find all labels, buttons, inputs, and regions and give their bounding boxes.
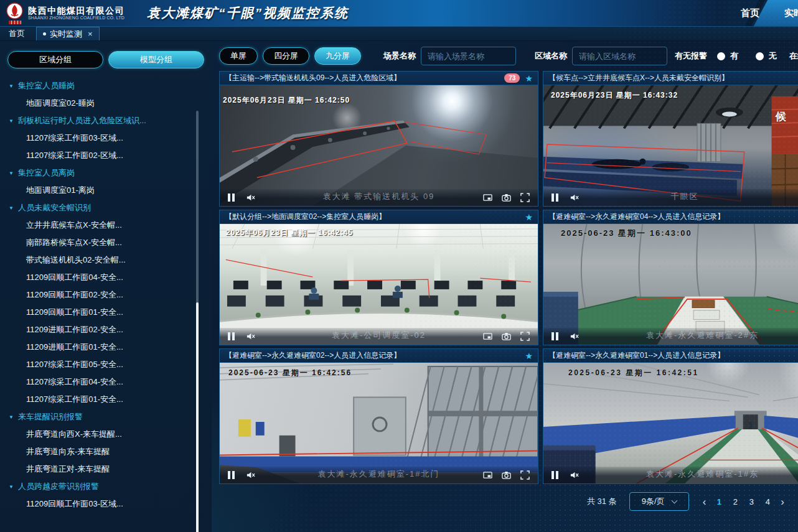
chevron-down-icon: ▼	[9, 205, 14, 211]
pip-icon[interactable]	[483, 332, 492, 341]
sidebar-tab-model-group[interactable]: 模型分组	[108, 51, 204, 68]
next-page-arrow[interactable]: ›	[781, 497, 784, 507]
page-number[interactable]: 4	[759, 497, 776, 506]
video-panel[interactable]: 【避难硐室-->永久避难硐室01-->人员进入信息记录】	[543, 348, 798, 484]
alarm-no-radio[interactable]	[756, 52, 764, 60]
tree-item[interactable]: 11209进顺工作面02-安全...	[9, 321, 212, 338]
page-size-select[interactable]: 9条/页	[629, 492, 689, 511]
mute-icon[interactable]	[570, 193, 579, 202]
pause-icon[interactable]	[228, 471, 235, 479]
tree-item[interactable]: 立井井底候车点X-安全帽...	[9, 217, 212, 234]
tree-item[interactable]: 11207综采工作面03-区域...	[9, 129, 212, 147]
tree-group[interactable]: ▼来车提醒识别报警	[9, 408, 212, 426]
tree-item[interactable]: 地面调度室01-离岗	[9, 182, 212, 199]
pause-icon[interactable]	[552, 471, 558, 479]
tree-item[interactable]: 井底弯道正对-来车提醒	[9, 460, 212, 478]
page-number[interactable]: 3	[743, 497, 759, 506]
scene-dispatch-room	[220, 224, 538, 345]
tree-item[interactable]: 地面调度室02-睡岗	[9, 95, 212, 112]
sidebar-tab-area-group[interactable]: 区域分组	[7, 51, 103, 68]
close-icon[interactable]: ×	[88, 29, 93, 39]
pause-icon[interactable]	[228, 332, 235, 340]
company-logo: 陕西中能煤田有限公司 SHAANXI ZHONGNENG COALFIELD C…	[0, 2, 124, 24]
online-status-label: 在线状态	[789, 50, 798, 62]
mute-icon[interactable]	[246, 470, 255, 480]
alarm-yes-radio[interactable]	[717, 52, 725, 60]
video-panel-title-text: 【候车点-->立井井底候车点X-->人员未戴安全帽识别】	[548, 73, 729, 83]
pause-icon[interactable]	[228, 194, 235, 202]
tab-bar: 首页 实时监测 ×	[0, 26, 798, 41]
company-name: 陕西中能煤田有限公司	[28, 6, 124, 16]
pause-icon[interactable]	[552, 332, 558, 340]
tree-group[interactable]: ▼人员跨越皮带识别报警	[9, 478, 212, 495]
sidebar-scrollbar-thumb[interactable]	[196, 302, 199, 532]
video-frame[interactable]: 2025年06月23日 星期一 16:42:50 袁大滩 带式输送机机头 09	[220, 85, 538, 206]
toolbar: 单屏 四分屏 九分屏 场景名称 区域名称 有无报警 有 无 在线状态	[219, 47, 798, 65]
video-frame[interactable]: 2025-06-23 星期一 16:42:56 袁大滩-永久避难硐室-1#北门	[220, 363, 538, 483]
mute-icon[interactable]	[246, 332, 255, 341]
tree-item[interactable]: 11207综采工作面01-安全...	[9, 391, 212, 408]
page-number[interactable]: 1	[711, 497, 727, 506]
tree-item[interactable]: 井底弯道向东-来车提醒	[9, 443, 212, 460]
nav-live-monitor[interactable]: 实时监测	[784, 7, 798, 19]
tab-live-monitor[interactable]: 实时监测 ×	[36, 27, 100, 40]
video-frame[interactable]: 候 车 2025年06月23日 星期一 16:43:32 千眼区	[543, 85, 798, 206]
single-screen-button[interactable]: 单屏	[219, 47, 258, 65]
tree-group[interactable]: ▼人员未戴安全帽识别	[9, 199, 212, 217]
tree-group[interactable]: ▼集控室人员睡岗	[9, 77, 212, 95]
tree-item[interactable]: 带式输送机机头02-安全帽...	[9, 251, 212, 269]
star-icon[interactable]: ★	[525, 74, 533, 83]
mute-icon[interactable]	[570, 332, 579, 341]
active-dot-icon	[43, 32, 46, 35]
video-timestamp: 2025-06-23 星期一 16:43:00	[561, 228, 692, 239]
tree-item[interactable]: 11209回顺工作面03-区域...	[9, 495, 212, 513]
quad-screen-button[interactable]: 四分屏	[263, 47, 309, 65]
header-nav: 首页 实时监测	[741, 0, 798, 26]
alarm-filter-label: 有无报警	[675, 50, 707, 62]
scene-chamber-corridor	[543, 363, 798, 483]
tab-home[interactable]: 首页	[9, 27, 25, 40]
video-frame[interactable]: 2025-06-23 星期一 16:43:00 袁大滩-永久避难硐室-2#东	[543, 224, 798, 345]
video-panel[interactable]: 【主运输-->带式输送机机头09-->人员进入危险区域】 73 ★	[219, 71, 538, 207]
tree-item[interactable]: 11207综采工作面05-安全...	[9, 356, 212, 373]
tree-group[interactable]: ▼刮板机运行时人员进入危险区域识...	[9, 112, 212, 129]
tree-item[interactable]: 11209回顺工作面02-安全...	[9, 286, 212, 304]
video-frame[interactable]: 2025-06-23 星期一 16:42:51 袁大滩-永久避难硐室-1#东	[543, 363, 798, 483]
video-panel[interactable]: 【候车点-->立井井底候车点X-->人员未戴安全帽识别】	[543, 71, 798, 207]
tree-item[interactable]: 11209进顺工作面01-安全...	[9, 338, 212, 356]
video-panel[interactable]: 【默认分组-->地面调度室02-->集控室人员睡岗】 ★	[219, 210, 538, 345]
fullscreen-icon[interactable]	[520, 470, 530, 480]
mute-icon[interactable]	[570, 470, 579, 480]
scene-name-input[interactable]	[421, 47, 516, 65]
fullscreen-icon[interactable]	[520, 193, 530, 202]
tree-item[interactable]: 11209回顺工作面01-安全...	[9, 304, 212, 321]
area-name-input[interactable]	[572, 47, 667, 65]
video-frame[interactable]: 2025年06月23日 星期一 16:42:45 袁大滩-公司调度室-02	[220, 224, 538, 345]
video-controls	[220, 467, 538, 483]
star-icon[interactable]: ★	[525, 213, 533, 222]
pip-icon[interactable]	[483, 470, 492, 480]
tree-item[interactable]: 11207综采工作面02-区域...	[9, 147, 212, 164]
tree-item[interactable]: 井底弯道向西X-来车提醒...	[9, 426, 212, 443]
video-panel[interactable]: 【避难硐室-->永久避难硐室04-->人员进入信息记录】	[543, 210, 798, 345]
star-icon[interactable]: ★	[525, 352, 533, 360]
mute-icon[interactable]	[246, 193, 255, 202]
prev-page-arrow[interactable]: ‹	[703, 497, 706, 507]
tree-item[interactable]: 11209回顺工作面04-安全...	[9, 269, 212, 286]
pip-icon[interactable]	[483, 193, 492, 202]
nav-home[interactable]: 首页	[741, 7, 759, 19]
snapshot-icon[interactable]	[502, 332, 511, 341]
nine-screen-button[interactable]: 九分屏	[314, 47, 361, 65]
page-number[interactable]: 2	[727, 497, 743, 506]
video-panel[interactable]: 【避难硐室-->永久避难硐室02-->人员进入信息记录】 ★	[219, 348, 538, 484]
video-timestamp: 2025-06-23 星期一 16:42:51	[568, 368, 699, 378]
sidebar: 区域分组 模型分组 ▼集控室人员睡岗 地面调度室02-睡岗 ▼刮板机运行时人员进…	[0, 41, 212, 532]
snapshot-icon[interactable]	[502, 193, 511, 202]
app-header: 陕西中能煤田有限公司 SHAANXI ZHONGNENG COALFIELD C…	[0, 0, 798, 26]
fullscreen-icon[interactable]	[520, 332, 530, 341]
tree-item[interactable]: 南部路桥候车点X-安全帽...	[9, 234, 212, 251]
tree-group[interactable]: ▼集控室人员离岗	[9, 164, 212, 182]
pause-icon[interactable]	[552, 194, 558, 202]
tree-item[interactable]: 11207综采工作面04-安全...	[9, 373, 212, 391]
snapshot-icon[interactable]	[502, 470, 511, 480]
